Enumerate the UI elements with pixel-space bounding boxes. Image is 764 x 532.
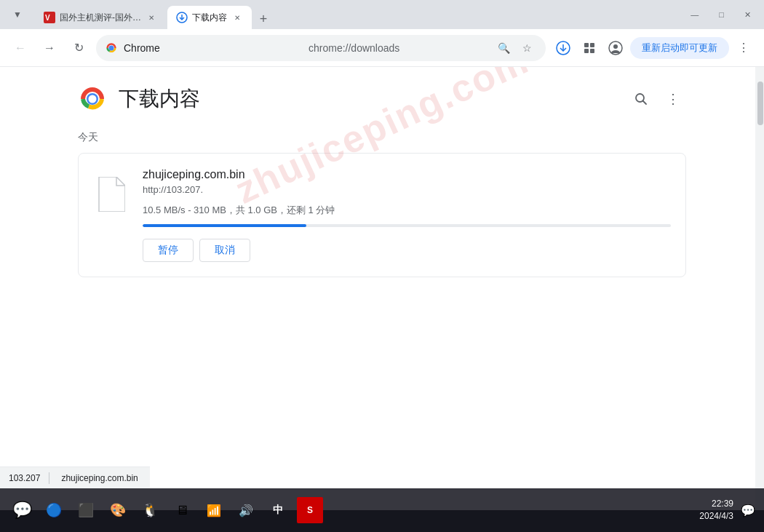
- svg-point-5: [109, 45, 114, 50]
- svg-rect-8: [584, 43, 589, 47]
- inactive-tab-title: 国外主机测评-国外VPS、国...: [60, 12, 141, 24]
- status-filename: zhujiceping.com.bin: [49, 473, 149, 483]
- taskbar-wps[interactable]: S: [297, 497, 323, 523]
- address-icons: 🔍 ☆: [493, 38, 537, 58]
- tab-inactive[interactable]: V 国外主机测评-国外VPS、国... ✕: [35, 6, 166, 29]
- profile-icon[interactable]: [604, 36, 627, 60]
- svg-line-18: [643, 101, 647, 105]
- notification-icon[interactable]: 💬: [741, 504, 755, 517]
- tab-strip-back[interactable]: ▼: [6, 3, 29, 26]
- page-title-area: 下载内容: [78, 84, 200, 114]
- url-full: chrome://downloads: [309, 42, 488, 54]
- chrome-logo-big: [78, 84, 107, 114]
- chrome-logo-nav: [105, 41, 118, 55]
- download-info: zhujiceping.com.bin http://103.207. 10.5…: [143, 168, 671, 262]
- title-bar: ▼ V 国外主机测评-国外VPS、国... ✕ 下载内容 ✕ + — □ ✕: [0, 0, 764, 29]
- taskbar-clock: 22:39 2024/4/3: [699, 498, 733, 523]
- cancel-button[interactable]: 取消: [199, 239, 250, 262]
- svg-point-16: [89, 95, 97, 103]
- forward-button[interactable]: →: [38, 36, 61, 60]
- browser-content: zhujiceping.com 下载内容: [0, 67, 764, 510]
- search-icon[interactable]: 🔍: [493, 38, 514, 58]
- download-filename: zhujiceping.com.bin: [143, 168, 671, 181]
- close-button[interactable]: ✕: [737, 7, 758, 23]
- page-header: 下载内容 ⋮: [78, 67, 686, 125]
- scrollbar[interactable]: [755, 67, 764, 510]
- extensions-icon[interactable]: [578, 36, 601, 60]
- taskbar-ime[interactable]: 中: [265, 497, 291, 523]
- taskbar-rgb[interactable]: 🎨: [105, 497, 131, 523]
- header-actions: ⋮: [628, 86, 686, 112]
- svg-rect-9: [590, 43, 594, 47]
- scrollbar-thumb[interactable]: [757, 82, 763, 125]
- back-button[interactable]: ←: [9, 36, 32, 60]
- download-card: zhujiceping.com.bin http://103.207. 10.5…: [78, 153, 686, 277]
- search-downloads-button[interactable]: [628, 86, 654, 112]
- svg-rect-11: [590, 49, 594, 53]
- taskbar-right: 22:39 2024/4/3 💬: [699, 498, 755, 523]
- pause-button[interactable]: 暂停: [143, 239, 194, 262]
- minimize-button[interactable]: —: [683, 7, 706, 22]
- progress-bar-fill: [143, 224, 306, 227]
- active-tab-close[interactable]: ✕: [231, 12, 243, 23]
- tab-active[interactable]: 下载内容 ✕: [167, 6, 252, 29]
- status-bar: 103.207 zhujiceping.com.bin: [0, 467, 150, 488]
- taskbar-display[interactable]: 🖥: [169, 497, 195, 523]
- taskbar-wifi[interactable]: 📶: [201, 497, 227, 523]
- svg-rect-10: [584, 49, 589, 53]
- taskbar-linux[interactable]: 🐧: [137, 497, 163, 523]
- menu-button[interactable]: ⋮: [732, 36, 755, 60]
- page-title: 下载内容: [119, 85, 200, 113]
- taskbar-volume[interactable]: 🔊: [233, 497, 259, 523]
- window-controls-left: ▼: [6, 3, 29, 26]
- new-tab-button[interactable]: +: [253, 9, 274, 29]
- taskbar: 💬 🔵 ⬛ 🎨 🐧 🖥 📶 🔊 中 S 22:39 2024/4/3 💬: [0, 488, 764, 532]
- section-label: 今天: [78, 131, 686, 144]
- navigation-bar: ← → ↻ Chrome chrome://downloads 🔍 ☆ 重新启动…: [0, 29, 764, 67]
- svg-point-13: [613, 44, 618, 49]
- taskbar-bluetooth[interactable]: 🔵: [41, 497, 67, 523]
- bookmark-icon[interactable]: ☆: [517, 38, 537, 58]
- refresh-button[interactable]: ↻: [67, 36, 90, 60]
- progress-bar-container: [143, 224, 671, 227]
- update-button[interactable]: 重新启动即可更新: [630, 37, 729, 59]
- url-display: Chrome: [124, 42, 303, 54]
- download-actions: 暂停 取消: [143, 239, 671, 262]
- address-bar[interactable]: Chrome chrome://downloads 🔍 ☆: [96, 35, 546, 61]
- taskbar-wechat[interactable]: 💬: [9, 497, 35, 523]
- more-options-button[interactable]: ⋮: [660, 86, 686, 112]
- maximize-button[interactable]: □: [712, 7, 731, 22]
- taskbar-nvidia[interactable]: ⬛: [73, 497, 99, 523]
- inactive-tab-close[interactable]: ✕: [146, 12, 157, 23]
- download-status: 10.5 MB/s - 310 MB，共 1.0 GB，还剩 1 分钟: [143, 204, 671, 217]
- tab-strip: V 国外主机测评-国外VPS、国... ✕ 下载内容 ✕ +: [35, 0, 680, 29]
- window-buttons: — □ ✕: [683, 7, 758, 23]
- file-icon: [93, 174, 128, 215]
- svg-text:V: V: [45, 14, 50, 22]
- downloads-page: zhujiceping.com 下载内容: [55, 67, 709, 510]
- active-tab-title: 下载内容: [192, 12, 227, 24]
- status-url: 103.207: [0, 473, 49, 483]
- download-url: http://103.207.: [143, 184, 671, 195]
- tab-favicon-active: [176, 12, 188, 23]
- download-indicator[interactable]: [552, 36, 575, 60]
- toolbar-right: 重新启动即可更新 ⋮: [552, 36, 755, 60]
- tab-favicon-inactive: V: [44, 12, 55, 23]
